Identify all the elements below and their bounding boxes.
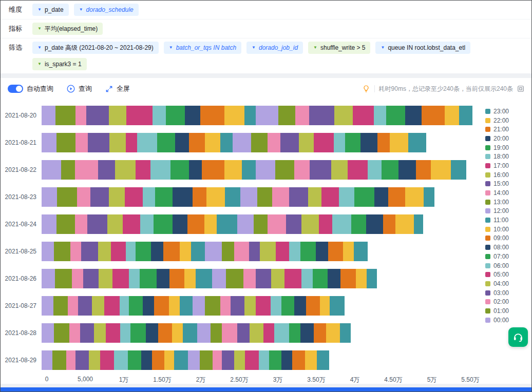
bar-segment[interactable] <box>271 296 281 316</box>
fullscreen-button[interactable]: 全屏 <box>105 84 130 93</box>
bar-segment[interactable] <box>205 242 222 261</box>
bar-segment[interactable] <box>330 296 345 316</box>
legend-item[interactable]: 03:00 <box>485 288 528 298</box>
legend-item[interactable]: 12:00 <box>485 207 528 216</box>
bar-segment[interactable] <box>170 160 189 180</box>
bar-segment[interactable] <box>237 323 250 343</box>
bar-segment[interactable] <box>314 133 334 152</box>
legend-item[interactable]: 13:00 <box>485 198 528 207</box>
bar-segment[interactable] <box>187 214 204 234</box>
bar-segment[interactable] <box>351 214 366 234</box>
bar-segment[interactable] <box>319 214 332 234</box>
bar-segment[interactable] <box>200 350 213 370</box>
bar-segment[interactable] <box>275 160 295 180</box>
bar-segment[interactable] <box>90 187 109 207</box>
bar-segment[interactable] <box>42 350 52 370</box>
bar-segment[interactable] <box>374 106 386 125</box>
bar-segment[interactable] <box>271 269 284 288</box>
legend-item[interactable]: 09:00 <box>485 234 528 243</box>
bar-segment[interactable] <box>75 214 87 234</box>
bar-segment[interactable] <box>268 214 286 234</box>
bar-segment[interactable] <box>213 350 222 370</box>
bar-segment[interactable] <box>189 133 205 152</box>
bar-segment[interactable] <box>295 106 309 125</box>
legend-item[interactable]: 14:00 <box>485 188 528 198</box>
bar-segment[interactable] <box>125 187 143 207</box>
bar-segment[interactable] <box>374 187 388 207</box>
bar-segment[interactable] <box>390 133 408 152</box>
bar-segment[interactable] <box>294 296 306 316</box>
bar-segment[interactable] <box>141 350 152 370</box>
bar-segment[interactable] <box>173 214 187 234</box>
bar-segment[interactable] <box>86 106 109 125</box>
bar-segment[interactable] <box>256 160 275 180</box>
filter-tag[interactable]: ▼batch_or_tqs IN batch <box>164 42 241 54</box>
bar-segment[interactable] <box>256 269 271 288</box>
bar-segment[interactable] <box>256 106 278 125</box>
bar-segment[interactable] <box>106 323 121 343</box>
bar-segment[interactable] <box>224 106 244 125</box>
bar-segment[interactable] <box>328 269 341 288</box>
bar-segment[interactable] <box>53 296 68 316</box>
bar-segment[interactable] <box>289 323 301 343</box>
query-button[interactable]: 查询 <box>67 84 92 93</box>
bar-segment[interactable] <box>276 242 289 261</box>
bar-segment[interactable] <box>260 242 276 261</box>
bar-segment[interactable] <box>137 133 157 152</box>
bar-segment[interactable] <box>294 160 310 180</box>
bar-segment[interactable] <box>197 323 211 343</box>
bar-segment[interactable] <box>256 296 271 316</box>
bar-segment[interactable] <box>251 133 268 152</box>
legend-item[interactable]: 04:00 <box>485 279 528 288</box>
bar-segment[interactable] <box>109 106 127 125</box>
bar-segment[interactable] <box>224 160 242 180</box>
bar-segment[interactable] <box>422 106 445 125</box>
bar-segment[interactable] <box>257 187 272 207</box>
bar-segment[interactable] <box>152 350 164 370</box>
bar-segment[interactable] <box>340 323 351 343</box>
filter-tag[interactable]: ▼is_spark3 = 1 <box>32 58 87 70</box>
bar-segment[interactable] <box>225 187 240 207</box>
bar-segment[interactable] <box>305 350 317 370</box>
bar-segment[interactable] <box>154 296 169 316</box>
bar-segment[interactable] <box>72 269 84 288</box>
bar-segment[interactable] <box>172 323 183 343</box>
bar-segment[interactable] <box>310 160 331 180</box>
bar-segment[interactable] <box>395 214 414 234</box>
bar-segment[interactable] <box>356 269 367 288</box>
legend-item[interactable]: 01:00 <box>485 306 528 316</box>
bar-segment[interactable] <box>56 214 75 234</box>
bar-segment[interactable] <box>52 350 66 370</box>
bar-segment[interactable] <box>313 269 328 288</box>
bar-segment[interactable] <box>112 269 129 288</box>
bar-segment[interactable] <box>191 242 205 261</box>
bar-segment[interactable] <box>445 106 460 125</box>
bar-segment[interactable] <box>284 269 301 288</box>
bar-segment[interactable] <box>109 133 126 152</box>
bar-segment[interactable] <box>348 160 368 180</box>
bar-segment[interactable] <box>100 350 114 370</box>
bar-segment[interactable] <box>174 350 188 370</box>
bar-segment[interactable] <box>259 350 269 370</box>
bar-segment[interactable] <box>222 242 234 261</box>
bar-segment[interactable] <box>416 160 431 180</box>
legend-item[interactable]: 22:00 <box>485 116 528 125</box>
bar-segment[interactable] <box>42 187 57 207</box>
bar-segment[interactable] <box>220 296 231 316</box>
bar-segment[interactable] <box>55 269 72 288</box>
legend-item[interactable]: 23:00 <box>485 107 528 116</box>
bar-segment[interactable] <box>301 214 319 234</box>
bar-segment[interactable] <box>87 214 107 234</box>
bar-segment[interactable] <box>243 269 256 288</box>
bar-segment[interactable] <box>272 187 289 207</box>
bar-segment[interactable] <box>154 214 173 234</box>
bar-segment[interactable] <box>278 106 295 125</box>
bar-segment[interactable] <box>343 242 354 261</box>
bar-segment[interactable] <box>104 296 120 316</box>
bar-segment[interactable] <box>250 323 263 343</box>
bar-segment[interactable] <box>354 187 374 207</box>
bar-segment[interactable] <box>136 160 150 180</box>
bar-segment[interactable] <box>175 133 189 152</box>
bar-segment[interactable] <box>126 106 153 125</box>
bar-segment[interactable] <box>129 269 140 288</box>
